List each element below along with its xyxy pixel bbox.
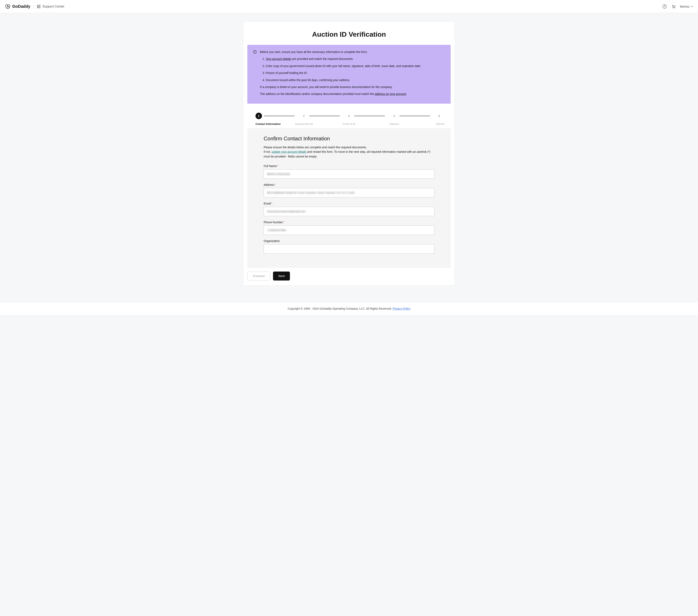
field-email: Email* (264, 202, 434, 216)
progress-stepper: 1 Contact Information 2 Government ID 3 … (247, 104, 451, 125)
step-5-number: 5 (436, 113, 443, 119)
next-button[interactable]: Next (273, 271, 290, 280)
step-bar (309, 115, 340, 116)
chevron-down-icon (691, 5, 693, 8)
address-input[interactable] (264, 188, 434, 197)
step-4: 4 Address (391, 113, 430, 119)
step-2-label: Government ID (295, 123, 313, 125)
help-icon (662, 4, 667, 9)
phone-label: Phone Number* (264, 221, 434, 224)
step-4-label: Address (389, 123, 399, 125)
svg-point-6 (255, 51, 255, 52)
info-item-3: Picture of yourself holding the ID (266, 71, 420, 75)
grid-icon (37, 5, 40, 8)
user-name: Bartosz (680, 5, 690, 8)
info-item-1-text: are provided and match the required docu… (291, 57, 353, 60)
form-description: Please ensure the details below are comp… (264, 145, 434, 159)
step-1-label: Contact Information (255, 123, 281, 125)
godaddy-logo-icon (5, 4, 11, 9)
step-4-number: 4 (391, 113, 397, 119)
step-2-number: 2 (301, 113, 307, 119)
info-intro: Before you start, ensure you have all th… (260, 50, 420, 54)
full-name-label: Full Name* (264, 164, 434, 168)
address-label: Address* (264, 183, 434, 186)
step-3-number: 3 (346, 113, 352, 119)
cart-button[interactable] (671, 4, 676, 9)
phone-input[interactable] (264, 225, 434, 235)
form-panel: Confirm Contact Information Please ensur… (247, 128, 451, 268)
support-center-link: Support Center (42, 5, 65, 8)
update-account-details-link[interactable]: update your account details (271, 150, 306, 153)
step-5-label: Submit (436, 123, 444, 125)
step-bar (264, 115, 295, 116)
header-right: Bartosz (662, 4, 693, 9)
step-bar (400, 115, 430, 116)
email-input[interactable] (264, 207, 434, 216)
user-menu[interactable]: Bartosz (680, 5, 693, 8)
verification-card: Auction ID Verification Before you start… (243, 21, 455, 285)
brand-logo[interactable]: GoDaddy (5, 4, 30, 9)
svg-point-2 (673, 8, 673, 8)
svg-point-3 (674, 8, 675, 8)
step-1: 1 Contact Information (255, 113, 295, 119)
copyright-text: Copyright © 1999 - 2024 GoDaddy Operatin… (288, 307, 393, 310)
info-company-note: If a company is listed on your account, … (260, 85, 420, 89)
main-content: Auction ID Verification Before you start… (239, 21, 459, 294)
info-icon (253, 50, 257, 54)
field-organization: Organization (264, 239, 434, 254)
header-left: GoDaddy Support Center (5, 4, 65, 9)
app-switcher[interactable]: Support Center (37, 5, 65, 8)
form-title: Confirm Contact Information (264, 136, 434, 142)
brand-text: GoDaddy (12, 4, 30, 9)
full-name-input[interactable] (264, 169, 434, 179)
info-address-note: The address on the identification and/or… (260, 92, 420, 96)
step-3: 3 Proof of ID (346, 113, 385, 119)
account-details-link[interactable]: Your account details (266, 57, 291, 60)
field-address: Address* (264, 183, 434, 197)
organization-label: Organization (264, 239, 434, 243)
privacy-policy-link[interactable]: Privacy Policy (393, 307, 410, 310)
help-button[interactable] (662, 4, 667, 9)
top-header: GoDaddy Support Center (0, 0, 698, 13)
info-item-4: Document issued within the past 90 days,… (266, 78, 420, 82)
info-requirements-list: Your account details are provided and ma… (260, 57, 420, 82)
email-label: Email* (264, 202, 434, 205)
field-phone: Phone Number* (264, 221, 434, 235)
info-item-1: Your account details are provided and ma… (266, 57, 420, 61)
step-5: 5 Submit (436, 113, 443, 119)
info-item-2: Color copy of your government-issued pho… (266, 64, 420, 68)
cart-icon (671, 4, 676, 9)
info-body: Before you start, ensure you have all th… (260, 50, 420, 99)
address-on-account-link[interactable]: address on your account (375, 92, 406, 96)
step-bar (354, 115, 385, 116)
previous-button[interactable]: Previous (247, 271, 270, 280)
organization-input[interactable] (264, 244, 434, 254)
step-3-label: Proof of ID (343, 123, 355, 125)
step-2: 2 Government ID (301, 113, 340, 119)
step-1-number: 1 (255, 113, 262, 119)
footer: Copyright © 1999 - 2024 GoDaddy Operatin… (0, 302, 698, 315)
vertical-divider (33, 4, 34, 9)
info-banner: Before you start, ensure you have all th… (247, 45, 451, 104)
page-title: Auction ID Verification (247, 26, 451, 45)
nav-buttons: Previous Next (247, 268, 451, 281)
field-full-name: Full Name* (264, 164, 434, 179)
